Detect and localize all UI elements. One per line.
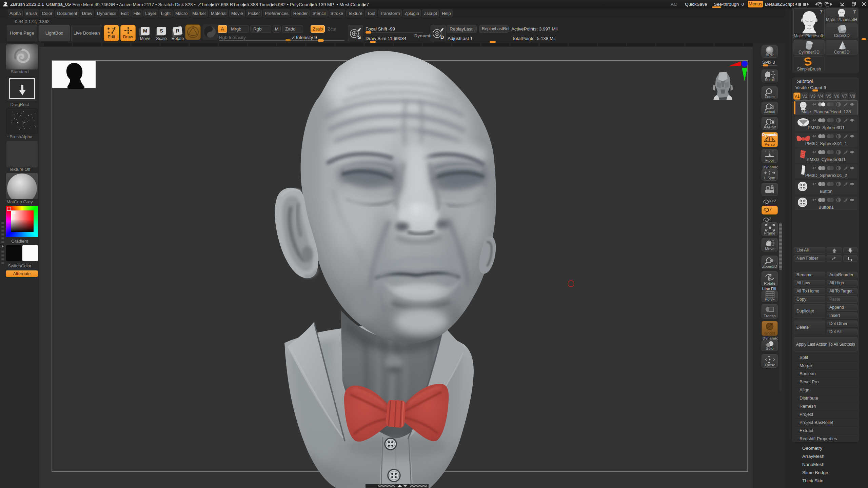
svg-text:D: D [440,35,444,40]
svg-text:x1: x1 [771,106,774,108]
svg-text:S: S [358,35,361,40]
